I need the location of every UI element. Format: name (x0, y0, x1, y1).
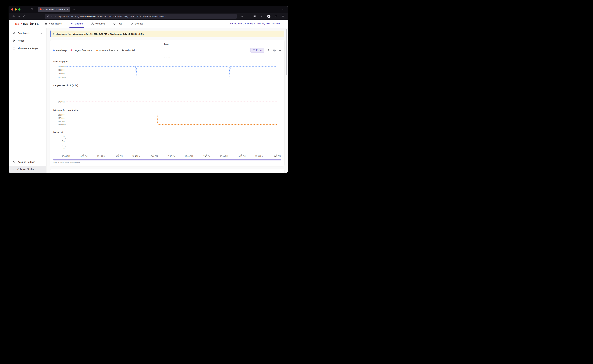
collapse-chart-chevron-icon[interactable] (279, 49, 281, 52)
minimize-window-button[interactable] (15, 8, 17, 11)
malloc-fail-chart[interactable]: 10.80.60.40.2015:45 PM16:00 PM16:15 PM16… (53, 134, 281, 157)
tab-title: ESP Insights Dashboard (43, 8, 65, 11)
hover-time-placeholder: -:--:-- (53, 56, 281, 58)
list-tabs-chevron-icon[interactable] (280, 7, 285, 12)
legend-item-minimum-free-size[interactable]: Minimum free size (96, 49, 118, 52)
tracking-protection-shield-icon[interactable] (47, 15, 49, 18)
chart-legend: Free heap Largest free block Minimum fre… (53, 49, 135, 52)
close-window-button[interactable] (11, 8, 13, 11)
package-icon (13, 47, 15, 50)
chart-title: Minimum free size (units) (53, 109, 281, 111)
logo-esp-text: ESP (15, 22, 22, 26)
url-bar[interactable]: https://dashboard.insights.espressif.com… (45, 14, 237, 19)
sidebar: Dashboards Nodes Firmware Packages (9, 28, 46, 173)
banner-start-date: Wednesday, July 10, 2024 3:45 PM (73, 33, 107, 35)
date-range-end: 10th Jul, 2024 (18:45:00) (256, 22, 280, 25)
date-range-start: 10th Jul, 2024 (15:45:00) (228, 22, 253, 25)
svg-text:18:30 PM: 18:30 PM (255, 155, 263, 157)
chart-title: Malloc fail (53, 131, 281, 133)
chart-block-malloc-fail: Malloc fail 10.80.60.40.2015:45 PM16:00 … (53, 131, 281, 157)
next-metrics-card (50, 169, 284, 173)
tab-label: Node Report (49, 22, 62, 25)
chart-block-free-heap: Free heap (units) 212,000211,500211,0002… (53, 60, 281, 80)
sidebar-item-label: Firmware Packages (18, 47, 38, 50)
svg-text:191,500: 191,500 (58, 120, 65, 123)
profile-avatar[interactable]: P (266, 14, 271, 19)
url-prefix: https://dashboard.insights. (58, 15, 83, 18)
svg-text:17:00 PM: 17:00 PM (150, 155, 158, 157)
browser-tab[interactable]: ESP Insights Dashboard (38, 7, 70, 12)
largest-free-block-chart[interactable]: 172,032 (53, 87, 281, 105)
sidebar-item-account-settings[interactable]: Account Settings (9, 158, 46, 166)
downloads-icon[interactable] (259, 14, 264, 19)
forward-button[interactable] (16, 14, 21, 19)
chart-canvas: 192,500192,000191,500191,000 (53, 112, 281, 127)
sidebar-item-dashboards[interactable]: Dashboards (9, 29, 46, 37)
drag-hint-text: Drag to scroll chart horizontally (53, 162, 281, 164)
tab-metrics[interactable]: Metrics (70, 20, 83, 28)
svg-text:18:15 PM: 18:15 PM (238, 155, 246, 157)
collapse-sidebar-button[interactable]: Collapse Sidebar (9, 166, 46, 173)
reload-button[interactable] (21, 14, 27, 19)
tag-icon (113, 22, 116, 25)
layers-icon (13, 32, 15, 35)
profile-initial: P (267, 15, 270, 18)
app-body: Dashboards Nodes Firmware Packages (9, 28, 288, 173)
person-icon (13, 160, 15, 163)
chart-block-minimum-free-size: Minimum free size (units) 192,500192,000… (53, 109, 281, 127)
svg-text:18:00 PM: 18:00 PM (220, 155, 228, 157)
pocket-icon[interactable] (252, 14, 257, 19)
menu-hamburger-icon[interactable] (280, 14, 286, 19)
free-heap-chart[interactable]: 212,000211,500211,000210,500 (53, 63, 281, 80)
legend-label: Minimum free size (99, 49, 118, 52)
chevron-down-icon (282, 23, 284, 25)
maximize-window-button[interactable] (18, 8, 20, 11)
svg-text:0.6: 0.6 (62, 140, 65, 142)
legend-item-largest-free-block[interactable]: Largest free block (71, 49, 92, 52)
browser-tab-bar: ESP Insights Dashboard (9, 6, 288, 13)
minimum-free-size-chart[interactable]: 192,500192,000191,500191,000 (53, 112, 281, 127)
page-vertical-scrollbar[interactable] (286, 29, 287, 75)
new-tab-button[interactable] (72, 7, 77, 12)
tab-variables[interactable]: Variables (91, 20, 105, 28)
tab-node-report[interactable]: Node Report (45, 20, 62, 28)
legend-label: Largest free block (73, 49, 92, 52)
chart-title: Largest free block (units) (53, 84, 281, 87)
chevron-down-icon[interactable] (40, 32, 43, 34)
banner-prefix: Displaying data from (53, 33, 72, 35)
chart-title: Free heap (units) (53, 60, 281, 63)
legend-label: Free heap (56, 49, 66, 52)
horizontal-scroll-thumb[interactable] (53, 159, 281, 160)
legend-item-malloc-fail[interactable]: Malloc fail (122, 49, 135, 52)
date-range-picker[interactable]: 10th Jul, 2024 (15:45:00) > 10th Jul, 20… (228, 20, 284, 28)
logo-hts-text: HTS (32, 22, 39, 26)
metrics-trend-icon (70, 22, 73, 25)
logo-insi-text: INSI (23, 22, 29, 26)
tab-close-icon[interactable] (66, 8, 68, 10)
svg-text:18:45 PM: 18:45 PM (273, 155, 280, 157)
back-button[interactable] (11, 14, 16, 19)
bookmark-star-icon[interactable] (239, 14, 245, 19)
zoom-in-icon[interactable] (267, 49, 270, 52)
svg-text:16:30 PM: 16:30 PM (115, 155, 123, 157)
firefox-view-icon[interactable] (29, 7, 34, 12)
chart-canvas: 10.80.60.40.2015:45 PM16:00 PM16:15 PM16… (53, 134, 281, 157)
site-permissions-icon[interactable] (54, 15, 57, 18)
browser-toolbar: https://dashboard.insights.espressif.com… (9, 13, 288, 20)
help-icon[interactable]: ? (273, 49, 276, 52)
legend-item-free-heap[interactable]: Free heap (53, 49, 66, 52)
banner-end-date: Wednesday, July 10, 2024 6:45 PM (110, 33, 144, 35)
svg-text:192,000: 192,000 (58, 117, 65, 119)
extensions-puzzle-icon[interactable] (273, 14, 279, 19)
tab-settings[interactable]: Settings (131, 20, 143, 28)
filters-button[interactable]: Filters (250, 48, 264, 52)
main-area: Displaying data from Wednesday, July 10,… (46, 28, 288, 173)
svg-text:211,000: 211,000 (58, 73, 65, 75)
sidebar-item-label: Nodes (18, 39, 24, 42)
tab-tags[interactable]: Tags (113, 20, 122, 28)
sidebar-item-firmware-packages[interactable]: Firmware Packages (9, 45, 46, 52)
lock-icon[interactable] (51, 15, 53, 18)
page-content: ESP INSI HTS Node Report Metrics Variabl… (9, 20, 288, 173)
tab-label: Metrics (75, 22, 83, 25)
sidebar-item-nodes[interactable]: Nodes (9, 37, 46, 45)
